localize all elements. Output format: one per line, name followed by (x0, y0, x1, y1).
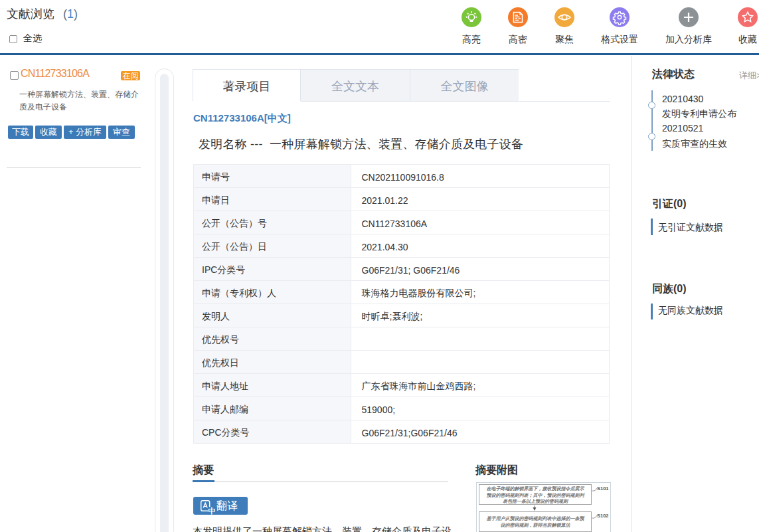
svg-text:中: 中 (208, 507, 215, 515)
